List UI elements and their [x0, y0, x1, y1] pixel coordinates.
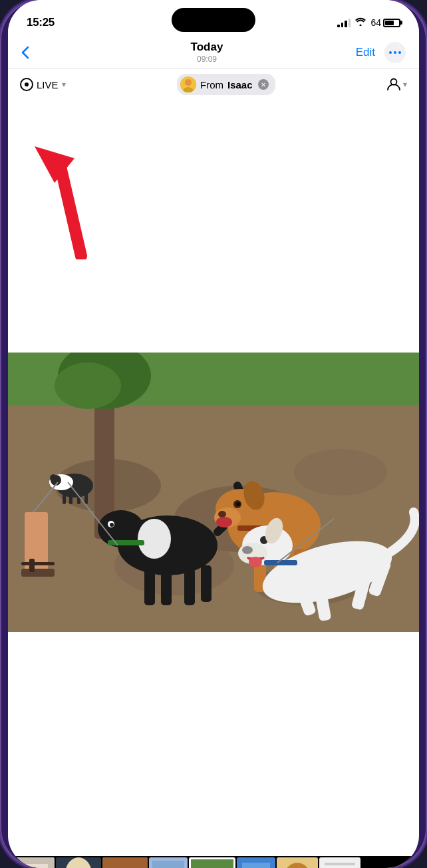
svg-point-1	[394, 51, 396, 54]
more-button[interactable]	[384, 42, 406, 63]
svg-rect-77	[152, 861, 184, 868]
svg-rect-69	[16, 864, 48, 868]
svg-rect-35	[144, 569, 155, 605]
battery-level: 64	[370, 17, 381, 28]
thumbnail-4[interactable]	[149, 857, 188, 868]
svg-rect-41	[108, 540, 144, 545]
svg-point-4	[185, 79, 192, 86]
svg-rect-74	[102, 857, 148, 868]
wifi-icon	[355, 17, 366, 28]
status-time: 15:25	[27, 16, 55, 29]
white-space	[8, 100, 419, 226]
svg-point-40	[110, 523, 114, 527]
dog-photo	[8, 353, 419, 632]
svg-rect-29	[21, 569, 55, 577]
thumbnail-8[interactable]	[319, 857, 360, 868]
svg-rect-37	[184, 569, 195, 605]
svg-point-34	[138, 519, 171, 559]
svg-rect-26	[84, 492, 88, 504]
svg-point-57	[249, 557, 262, 567]
live-label: LIVE	[37, 79, 59, 90]
nav-subtitle: 09:09	[61, 55, 353, 64]
svg-rect-91	[325, 863, 355, 865]
content-area	[8, 100, 419, 868]
thumbnail-3[interactable]	[102, 857, 148, 868]
dog-scene-svg	[8, 353, 419, 632]
signal-bar-2	[341, 23, 344, 27]
photo-fade	[8, 776, 419, 856]
status-right: 64	[337, 17, 400, 28]
svg-point-2	[398, 51, 401, 54]
phone-frame: 15:25	[0, 0, 427, 868]
svg-point-58	[242, 546, 253, 554]
svg-rect-85	[242, 863, 270, 868]
remove-filter-button[interactable]: ✕	[258, 79, 269, 90]
person-chevron: ▾	[403, 80, 407, 89]
thumbnail-7[interactable]	[277, 857, 318, 868]
nav-right: Edit	[353, 42, 406, 63]
svg-point-45	[216, 517, 232, 527]
signal-bar-1	[337, 25, 340, 27]
signal-bar-3	[345, 21, 347, 27]
live-filter[interactable]: LIVE ▾	[20, 78, 66, 91]
live-icon	[20, 78, 33, 91]
thumbnail-2[interactable]	[56, 857, 101, 868]
avatar-initials	[180, 76, 196, 92]
edit-button[interactable]: Edit	[356, 46, 375, 59]
svg-rect-36	[161, 572, 172, 605]
battery-fill	[385, 21, 394, 25]
back-button[interactable]	[21, 46, 61, 59]
live-dot	[25, 82, 29, 86]
svg-line-7	[61, 170, 81, 256]
dynamic-island	[172, 8, 255, 32]
svg-rect-23	[63, 492, 66, 504]
live-chevron: ▾	[62, 80, 66, 89]
nav-bar: Today 09:09 Edit	[8, 36, 419, 69]
thumbnail-6[interactable]	[237, 857, 275, 868]
svg-rect-38	[201, 565, 212, 602]
svg-rect-80	[191, 859, 235, 868]
svg-point-22	[50, 474, 57, 482]
svg-rect-24	[69, 492, 72, 504]
filter-bar: LIVE ▾ From Isaac ✕	[8, 69, 419, 100]
from-name: Isaac	[227, 79, 253, 90]
signal-icon	[337, 19, 351, 27]
annotation-arrow	[25, 133, 144, 259]
svg-rect-30	[21, 562, 55, 565]
from-filter-pill[interactable]: From Isaac ✕	[177, 74, 275, 95]
nav-title: Today	[61, 41, 353, 54]
nav-center: Today 09:09	[61, 41, 353, 63]
signal-bar-4	[349, 19, 351, 27]
svg-point-0	[389, 51, 392, 54]
thumbnail-strip[interactable]	[8, 856, 419, 868]
svg-point-13	[294, 449, 387, 496]
contact-avatar	[180, 76, 196, 92]
phone-screen: 15:25	[8, 0, 419, 868]
svg-point-48	[236, 502, 240, 506]
thumbnail-5-selected[interactable]	[189, 857, 235, 868]
from-prefix: From	[200, 79, 223, 90]
svg-rect-31	[29, 559, 35, 572]
svg-point-46	[218, 511, 226, 517]
battery-icon	[383, 19, 400, 27]
svg-point-18	[55, 362, 121, 409]
person-filter[interactable]: ▾	[386, 77, 407, 92]
thumbnail-1[interactable]	[9, 857, 55, 868]
battery-indicator: 64	[370, 17, 400, 28]
